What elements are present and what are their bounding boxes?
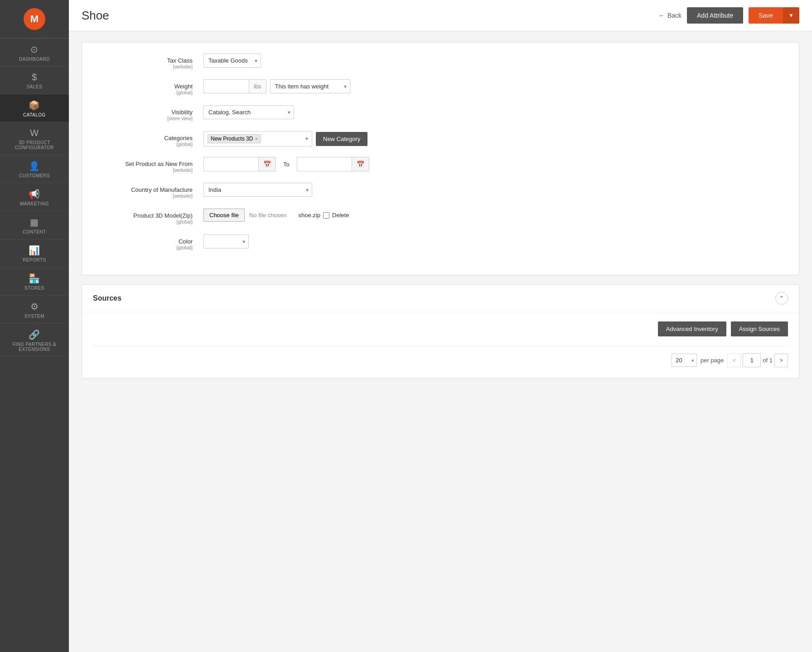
sources-card: Sources ⌃ Advanced Inventory Assign Sour…: [82, 284, 799, 379]
page-number-input[interactable]: [743, 353, 761, 367]
add-attribute-button[interactable]: Add Attribute: [687, 7, 743, 24]
sources-actions: Advanced Inventory Assign Sources: [93, 321, 788, 336]
weight-unit: lbs: [249, 79, 266, 93]
sidebar-item-label: DASHBOARD: [19, 57, 50, 62]
sidebar-item-label: SALES: [27, 84, 43, 89]
back-arrow-icon: ←: [658, 12, 665, 19]
sidebar-logo: M: [0, 0, 69, 39]
stores-icon: 🏪: [29, 273, 40, 284]
sidebar-item-customers[interactable]: 👤 CUSTOMERS: [0, 155, 69, 183]
sidebar-item-sales[interactable]: $ SALES: [0, 67, 69, 94]
pagination-bar: 20 50 100 per page < of 1 >: [93, 345, 788, 367]
visibility-field: Catalog, Search Not Visible Individually…: [203, 105, 786, 119]
marketing-icon: 📢: [29, 189, 40, 199]
sidebar-item-system[interactable]: ⚙ SYSTEM: [0, 296, 69, 324]
visibility-label: Visibility [store view]: [95, 105, 203, 121]
save-button[interactable]: Save: [749, 7, 783, 24]
country-manufacture-field: India United States China Germany: [203, 183, 786, 197]
category-tag-text: New Products 3D: [211, 136, 253, 142]
sidebar-item-reports[interactable]: 📊 REPORTS: [0, 239, 69, 268]
sidebar-item-find-partners[interactable]: 🔗 FIND PARTNERS & EXTENSIONS: [0, 324, 69, 357]
has-weight-select[interactable]: This item has weight This item has no we…: [270, 79, 350, 93]
from-date-input[interactable]: [204, 158, 258, 171]
product-new-from-row: Set Product as New From [website] 📅 To 📅: [95, 157, 786, 173]
has-weight-select-wrapper: This item has weight This item has no we…: [270, 79, 350, 93]
product-new-from-field: 📅 To 📅: [203, 157, 786, 171]
assign-sources-button[interactable]: Assign Sources: [731, 321, 788, 336]
sidebar-item-content[interactable]: ▦ CONTENT: [0, 211, 69, 239]
system-icon: ⚙: [30, 301, 39, 312]
find-partners-icon: 🔗: [29, 329, 40, 340]
next-page-button[interactable]: >: [774, 354, 788, 367]
save-arrow-icon: ▼: [788, 12, 794, 19]
sidebar-item-stores[interactable]: 🏪 STORES: [0, 268, 69, 296]
color-label: Color [global]: [95, 234, 203, 250]
sources-header: Sources ⌃: [82, 285, 799, 312]
page-title: Shoe: [82, 9, 109, 23]
visibility-select[interactable]: Catalog, Search Not Visible Individually…: [203, 105, 294, 119]
sources-toggle-button[interactable]: ⌃: [775, 292, 788, 305]
logo-text: M: [30, 13, 39, 25]
categories-field: New Products 3D × ▾ New Category: [203, 131, 786, 146]
per-page-text: per page: [701, 357, 724, 364]
sidebar-item-3d-configurator[interactable]: W 3D PRODUCT CONFIGURATOR: [0, 122, 69, 155]
page-content: Tax Class [website] Taxable Goods None W…: [69, 31, 812, 652]
prev-page-button[interactable]: <: [727, 354, 741, 367]
from-date-calendar-button[interactable]: 📅: [258, 157, 276, 171]
per-page-select[interactable]: 20 50 100: [672, 354, 697, 367]
tax-class-select[interactable]: Taxable Goods None: [203, 54, 261, 68]
product-form-card: Tax Class [website] Taxable Goods None W…: [82, 42, 799, 275]
from-date-wrapper: 📅: [203, 157, 276, 171]
sidebar-item-dashboard[interactable]: ⊙ DASHBOARD: [0, 39, 69, 67]
tax-class-row: Tax Class [website] Taxable Goods None: [95, 54, 786, 69]
main-area: Shoe ← Back Add Attribute Save ▼ Tax Cla…: [69, 0, 812, 652]
to-date-input[interactable]: [297, 158, 352, 171]
delete-label: Delete: [332, 212, 349, 219]
visibility-select-wrapper: Catalog, Search Not Visible Individually…: [203, 105, 294, 119]
sidebar-item-label: CONTENT: [23, 229, 46, 234]
to-date-calendar-button[interactable]: 📅: [352, 157, 369, 171]
category-tag-remove[interactable]: ×: [255, 136, 257, 141]
file-delete-checkbox[interactable]: [323, 212, 329, 219]
sidebar-item-marketing[interactable]: 📢 MARKETING: [0, 183, 69, 211]
prev-icon: <: [733, 357, 736, 364]
advanced-inventory-button[interactable]: Advanced Inventory: [658, 321, 726, 336]
categories-label: Categories [global]: [95, 131, 203, 147]
file-name: shoe.zip: [298, 212, 320, 219]
weight-input[interactable]: [203, 79, 249, 93]
categories-select-box[interactable]: New Products 3D × ▾: [203, 131, 312, 146]
catalog-icon: 📦: [29, 100, 40, 111]
sidebar-item-catalog[interactable]: 📦 CATALOG: [0, 94, 69, 122]
sidebar-item-label: STORES: [24, 286, 44, 291]
to-date-wrapper: 📅: [297, 157, 369, 171]
sidebar-item-label: MARKETING: [20, 201, 49, 206]
sources-body: Advanced Inventory Assign Sources 20 50 …: [82, 312, 799, 378]
content-icon: ▦: [30, 217, 39, 228]
sidebar-item-label: 3D PRODUCT CONFIGURATOR: [2, 140, 67, 150]
back-button[interactable]: ← Back: [658, 12, 682, 19]
to-label: To: [280, 161, 293, 168]
choose-file-button[interactable]: Choose file: [203, 209, 245, 222]
pagination-nav: < of 1 >: [727, 353, 788, 367]
tax-class-select-wrapper: Taxable Goods None: [203, 54, 261, 68]
color-select[interactable]: Red Blue Green Black White: [203, 234, 249, 248]
sidebar-item-label: FIND PARTNERS & EXTENSIONS: [2, 342, 67, 352]
total-pages-text: of 1: [763, 357, 773, 364]
sidebar-item-label: SYSTEM: [24, 314, 44, 319]
customers-icon: 👤: [29, 161, 40, 171]
tax-class-field: Taxable Goods None: [203, 54, 786, 68]
save-dropdown-button[interactable]: ▼: [783, 7, 799, 24]
product-3d-model-row: Product 3D Model(Zip) [global] Choose fi…: [95, 209, 786, 224]
tax-class-label: Tax Class [website]: [95, 54, 203, 69]
per-page-select-wrapper: 20 50 100: [672, 354, 697, 367]
color-field: Red Blue Green Black White: [203, 234, 786, 248]
country-manufacture-row: Country of Manufacture [website] India U…: [95, 183, 786, 199]
color-row: Color [global] Red Blue Green Black Whit…: [95, 234, 786, 250]
country-manufacture-select[interactable]: India United States China Germany: [203, 183, 312, 197]
new-category-button[interactable]: New Category: [316, 132, 367, 146]
3d-configurator-icon: W: [30, 128, 39, 138]
sales-icon: $: [32, 72, 37, 83]
categories-dropdown-button[interactable]: ▾: [305, 136, 308, 142]
sidebar-item-label: CATALOG: [23, 112, 46, 117]
reports-icon: 📊: [29, 245, 40, 256]
